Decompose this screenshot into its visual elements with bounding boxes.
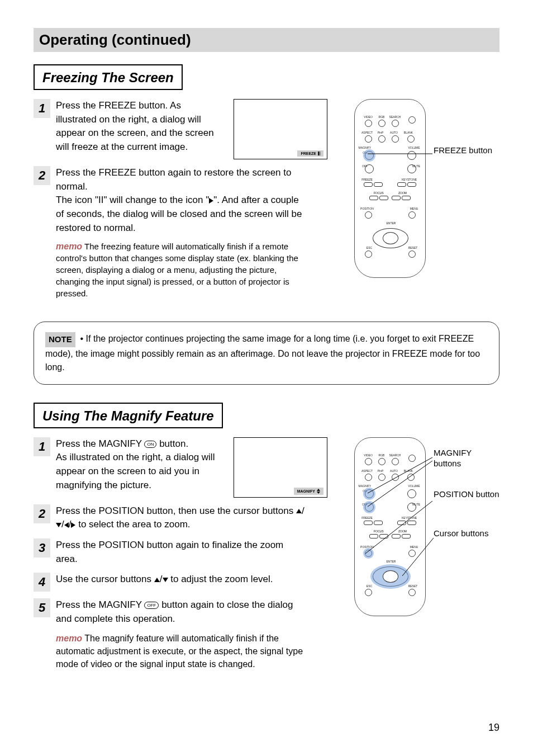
section-magnify-title: Using The Magnify Feature — [34, 403, 223, 428]
magnify-dialog-illustration: MAGNIFY — [234, 437, 327, 498]
step-m3-text: Press the POSITION button again to final… — [56, 538, 307, 566]
remote-illustration-2: VIDEO RGB SEARCH ASPECT PinP AUTO BLANK … — [349, 437, 499, 616]
magnify-indicator: MAGNIFY — [294, 488, 323, 495]
step-num-m5: 5 — [34, 598, 50, 617]
step-num-1: 1 — [34, 99, 50, 118]
memo-text-1: The freezing feature will automatically … — [56, 242, 298, 298]
freeze-indicator: FREEZE — [297, 150, 323, 157]
cursor-buttons-callout: Cursor buttons — [434, 528, 488, 539]
step2-text-b: The icon "II" will change to the icon ""… — [56, 193, 307, 235]
step-m5-text: Press the MAGNIFY OFF button again to cl… — [56, 598, 307, 626]
nav-pad: ENTER — [372, 223, 409, 254]
section-freezing-title: Freezing The Screen — [34, 64, 183, 90]
step-m2-text: Press the POSITION button, then use the … — [56, 504, 307, 532]
position-button-callout: POSITION button — [434, 489, 499, 500]
step-num-m4: 4 — [34, 573, 50, 592]
arrow-right-icon — [71, 522, 75, 528]
freeze-button-callout: FREEZE button — [434, 145, 492, 156]
freeze-dialog-illustration: FREEZE — [234, 99, 327, 159]
pause-icon — [318, 152, 320, 155]
memo-block-1: memo The freezing feature will automatic… — [56, 240, 307, 299]
memo-label-2: memo — [56, 634, 82, 643]
arrow-up-icon — [296, 509, 302, 513]
updown-icon — [317, 489, 320, 494]
step-num-2: 2 — [34, 166, 50, 185]
step-m4-text: Use the cursor buttons / to adjust the z… — [56, 573, 307, 587]
arrow-up-icon — [154, 578, 160, 582]
memo-label: memo — [56, 242, 82, 251]
note-box: NOTE • If the projector continues projec… — [34, 322, 499, 385]
step2-text-a: Press the FREEZE button again to restore… — [56, 166, 307, 193]
step-m1-text: Press the MAGNIFY ON button. As illustra… — [56, 437, 223, 498]
play-icon — [209, 198, 213, 204]
off-pill-icon: OFF — [144, 602, 159, 609]
step1-text: Press the FREEZE button. As illustrated … — [56, 99, 223, 159]
page-title: Operating (continued) — [34, 28, 499, 52]
step-num-m3: 3 — [34, 538, 50, 557]
arrow-down-icon — [163, 578, 168, 582]
step-num-m1: 1 — [34, 437, 50, 456]
page-number: 19 — [488, 722, 499, 734]
arrow-down-icon — [56, 523, 61, 527]
freeze-indicator-label: FREEZE — [301, 152, 316, 155]
note-label: NOTE — [45, 332, 75, 347]
arrow-left-icon — [64, 522, 69, 528]
on-pill-icon: ON — [144, 441, 156, 448]
note-text: If the projector continues projecting th… — [45, 334, 480, 372]
magnify-indicator-label: MAGNIFY — [297, 489, 315, 493]
memo-text-2: The magnify feature will automatically f… — [56, 634, 303, 669]
remote-illustration-1: VIDEO RGB SEARCH ASPECT PinP AUTO BLANK … — [349, 99, 499, 278]
memo-block-2: memo The magnify feature will automatica… — [56, 632, 307, 671]
magnify-buttons-callout: MAGNIFY buttons — [434, 447, 499, 469]
step-num-m2: 2 — [34, 504, 50, 523]
